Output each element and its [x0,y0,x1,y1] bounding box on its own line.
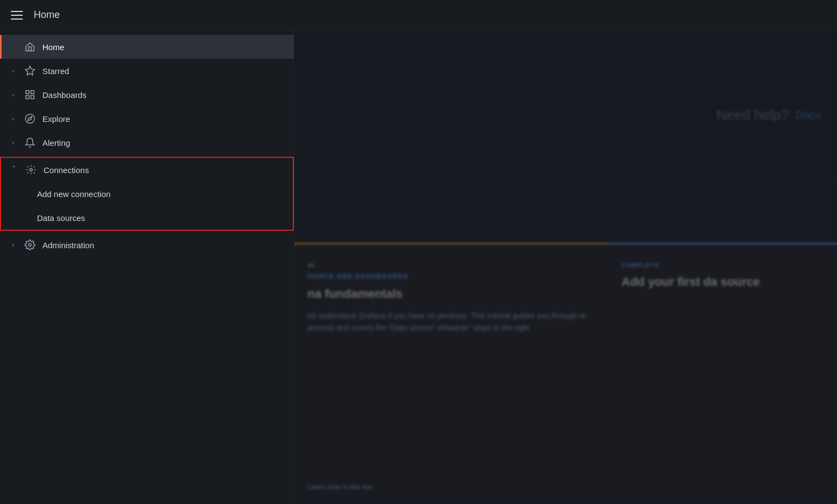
connections-submenu: Add new connection Data sources [1,182,293,230]
sidebar-item-explore[interactable]: › Explore [0,107,294,131]
sidebar-item-connections[interactable]: › Connections [1,158,293,182]
administration-icon [24,239,36,251]
explore-chevron: › [9,115,17,122]
data-sources-label: Data sources [37,213,85,223]
topbar: Home [0,0,837,30]
sidebar-item-starred[interactable]: › Starred [0,59,294,83]
svg-rect-1 [26,91,29,94]
alerting-icon [24,137,36,149]
connections-icon [25,164,37,176]
svg-point-5 [26,114,35,124]
administration-chevron: › [9,242,17,248]
svg-rect-2 [31,91,34,94]
svg-point-7 [30,169,33,171]
content-overlay [294,30,837,504]
sidebar-item-home-label: Home [42,42,64,52]
sidebar-item-alerting[interactable]: › Alerting [0,131,294,155]
alerting-chevron: › [9,139,17,146]
starred-chevron: › [9,67,17,74]
svg-point-8 [29,244,32,247]
connections-chevron: › [11,165,17,174]
sidebar-item-home[interactable]: Home [0,35,294,59]
explore-icon [24,113,36,125]
sidebar-item-add-new-connection[interactable]: Add new connection [1,182,293,206]
svg-marker-0 [26,66,35,75]
topbar-title: Home [34,9,60,21]
sidebar-item-data-sources[interactable]: Data sources [1,206,293,230]
hamburger-menu[interactable] [9,9,25,22]
sidebar: Home › Starred › Dashboar [0,30,294,504]
svg-rect-3 [31,96,34,99]
sidebar-item-administration-label: Administration [42,241,94,250]
main-layout: Home › Starred › Dashboar [0,30,837,504]
svg-rect-4 [26,96,29,99]
sidebar-item-dashboards[interactable]: › Dashboards [0,83,294,107]
add-new-connection-label: Add new connection [37,189,110,199]
star-icon [24,65,36,77]
sidebar-item-dashboards-label: Dashboards [42,90,87,100]
sidebar-item-explore-label: Explore [42,114,70,124]
home-icon [24,41,36,53]
connections-label: Connections [44,165,89,175]
dashboards-icon [24,89,36,101]
sidebar-item-administration[interactable]: › Administration [0,233,294,257]
connections-section: › Connections Add new connection Data so… [0,157,294,231]
dashboards-chevron: › [9,91,17,98]
sidebar-item-alerting-label: Alerting [42,138,70,147]
sidebar-item-starred-label: Starred [42,66,69,76]
content-area: Need help? Docu AL OURCE AND DASHBOARDS … [294,30,837,504]
